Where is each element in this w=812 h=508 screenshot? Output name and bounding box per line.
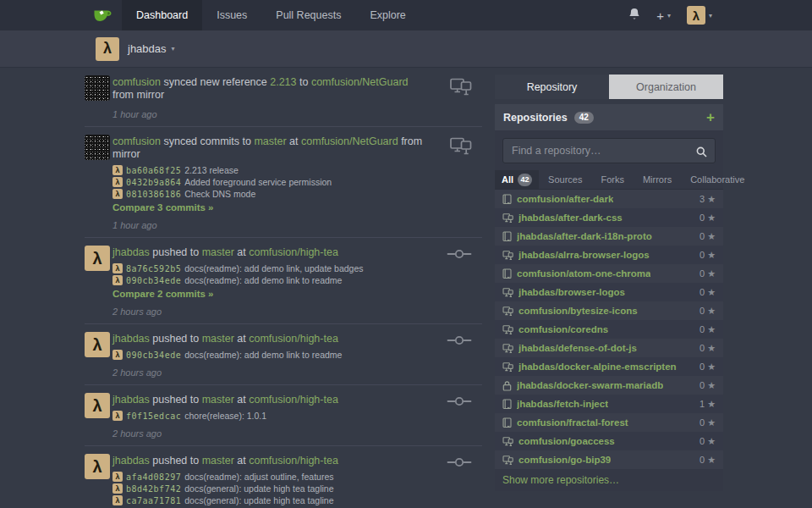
commit-hash[interactable]: 090cb34ede <box>126 276 181 285</box>
feed-link[interactable]: comfusion/NetGuard <box>311 76 409 88</box>
feed-timestamp: 1 hour ago <box>112 220 428 230</box>
chevron-down-icon[interactable]: ▾ <box>172 45 175 52</box>
feed-link[interactable]: comfusion/NetGuard <box>301 135 398 147</box>
feed-link[interactable]: master <box>202 455 234 467</box>
star-count-value: 0 <box>700 250 705 260</box>
feed-link[interactable]: jhabdas <box>112 246 150 258</box>
filter-forks[interactable]: Forks <box>591 170 634 189</box>
feed-text: pushed to <box>150 333 202 345</box>
commit-hash[interactable]: 0810386186 <box>126 190 181 199</box>
compare-commits-link[interactable]: Compare 2 commits » <box>112 289 428 299</box>
feed-link[interactable]: 2.213 <box>270 76 296 88</box>
feed-link[interactable]: comfusion <box>112 76 161 88</box>
repo-name-link[interactable]: jhabdas/defense-of-dot-js <box>518 343 637 353</box>
committer-avatar: λ <box>112 350 123 360</box>
repo-row[interactable]: jhabdas/defense-of-dot-js0★ <box>495 339 723 357</box>
repo-name-link[interactable]: comfusion/after-dark <box>517 194 613 204</box>
tab-repository[interactable]: Repository <box>495 75 609 99</box>
repo-row[interactable]: comfusion/atom-one-chroma0★ <box>495 264 723 283</box>
feed-link[interactable]: jhabdas <box>112 333 150 345</box>
nav-item-issues[interactable]: Issues <box>202 0 261 30</box>
filter-label: Mirrors <box>643 174 672 185</box>
context-username[interactable]: jhabdas <box>128 42 167 55</box>
filter-mirrors[interactable]: Mirrors <box>634 170 681 189</box>
star-icon: ★ <box>707 437 716 446</box>
repo-row[interactable]: comfusion/coredns0★ <box>495 320 723 339</box>
repo-row[interactable]: comfusion/bytesize-icons0★ <box>495 301 723 320</box>
actor-avatar[interactable]: λ <box>85 454 110 479</box>
actor-avatar[interactable]: λ <box>85 393 110 418</box>
star-count-value: 0 <box>700 268 705 279</box>
nav-item-explore[interactable]: Explore <box>355 0 420 30</box>
commit-hash[interactable]: ca7aa71781 <box>126 496 181 505</box>
repo-name-link[interactable]: comfusion/coredns <box>518 324 608 334</box>
feed-link[interactable]: master <box>202 394 234 406</box>
nav-item-dashboard[interactable]: Dashboard <box>122 0 202 30</box>
actor-avatar[interactable] <box>85 75 110 101</box>
commit-hash[interactable]: ba60a68f25 <box>126 166 181 175</box>
commit-hash[interactable]: 090cb34ede <box>126 351 181 360</box>
repo-row[interactable]: jhabdas/alrra-browser-logos0★ <box>495 246 723 264</box>
nav-item-pull-requests[interactable]: Pull Requests <box>261 0 355 30</box>
show-more-link[interactable]: Show more repositories… <box>495 469 723 491</box>
feed-link[interactable]: comfusion <box>112 135 161 147</box>
repo-name-link[interactable]: comfusion/fractal-forest <box>517 417 628 428</box>
repo-row[interactable]: jhabdas/browser-logos0★ <box>495 283 723 301</box>
filter-sources[interactable]: Sources <box>539 170 591 189</box>
feed-link[interactable]: comfusion/high-tea <box>249 455 338 467</box>
repo-name-link[interactable]: jhabdas/docker-alpine-emscripten <box>518 362 677 372</box>
repo-name-link[interactable]: jhabdas/fetch-inject <box>517 399 608 409</box>
repo-row[interactable]: comfusion/go-bip390★ <box>495 450 723 469</box>
feed-link[interactable]: master <box>202 246 234 258</box>
feed-link[interactable]: jhabdas <box>112 455 150 467</box>
feed-link[interactable]: comfusion/high-tea <box>249 246 338 258</box>
commit-hash[interactable]: b8d42bf742 <box>126 484 181 494</box>
feed-link[interactable]: master <box>254 135 286 147</box>
repo-row[interactable]: jhabdas/docker-swarm-mariadb0★ <box>495 376 723 395</box>
repo-star-count: 0★ <box>700 213 716 223</box>
commit-row: λ0432b9a864Added foreground service perm… <box>112 177 428 187</box>
actor-avatar[interactable]: λ <box>85 246 110 271</box>
top-nav: DashboardIssuesPull RequestsExplore + ▾ … <box>0 0 812 30</box>
feed-link[interactable]: comfusion/high-tea <box>249 394 338 406</box>
repo-row[interactable]: comfusion/goaccess0★ <box>495 432 723 450</box>
filter-label: Sources <box>548 174 582 185</box>
user-menu-button[interactable]: λ ▾ <box>687 6 712 25</box>
compare-commits-link[interactable]: Compare 3 commits » <box>112 202 428 213</box>
repo-name-link[interactable]: jhabdas/docker-swarm-mariadb <box>517 380 663 390</box>
repo-row[interactable]: comfusion/fractal-forest0★ <box>495 413 723 432</box>
actor-avatar[interactable] <box>85 135 110 160</box>
repo-mirror-icon <box>502 306 513 317</box>
commit-hash[interactable]: 0432b9a864 <box>126 178 181 187</box>
repo-search-input[interactable] <box>502 138 716 163</box>
feed-link[interactable]: jhabdas <box>112 394 150 406</box>
commit-hash[interactable]: 8a76c592b5 <box>126 264 181 273</box>
feed-link[interactable]: master <box>202 333 234 345</box>
repo-row[interactable]: comfusion/after-dark3★ <box>495 190 723 208</box>
repo-name-link[interactable]: jhabdas/alrra-browser-logos <box>518 250 650 260</box>
tab-organization[interactable]: Organization <box>609 75 723 99</box>
filter-all[interactable]: All42 <box>495 170 539 189</box>
repo-name-link[interactable]: jhabdas/after-dark-css <box>518 213 623 223</box>
filter-collaborative[interactable]: Collaborative <box>681 170 754 189</box>
repo-row[interactable]: jhabdas/fetch-inject1★ <box>495 395 723 413</box>
commit-message: docs(readme): add demo link to readme <box>184 350 342 360</box>
commit-hash[interactable]: afa4d08297 <box>126 472 181 482</box>
new-menu-button[interactable]: + ▾ <box>656 9 671 22</box>
repo-name-link[interactable]: jhabdas/after-dark-i18n-proto <box>517 231 652 241</box>
new-repo-button[interactable]: + <box>706 110 715 124</box>
repo-row[interactable]: jhabdas/after-dark-css0★ <box>495 208 723 227</box>
repo-row[interactable]: jhabdas/docker-alpine-emscripten0★ <box>495 357 723 376</box>
feed-link[interactable]: comfusion/high-tea <box>249 333 338 345</box>
gitea-logo-icon[interactable] <box>83 0 122 30</box>
notifications-button[interactable] <box>628 8 640 24</box>
repo-name-link[interactable]: comfusion/bytesize-icons <box>518 306 638 316</box>
actor-avatar[interactable]: λ <box>85 332 110 357</box>
repo-row[interactable]: jhabdas/after-dark-i18n-proto0★ <box>495 227 723 246</box>
repo-name-link[interactable]: comfusion/go-bip39 <box>518 455 611 465</box>
feed-item: λjhabdas pushed to master at comfusion/h… <box>85 238 482 324</box>
repo-name-link[interactable]: comfusion/goaccess <box>518 436 615 446</box>
commit-hash[interactable]: f0f15edcac <box>126 411 181 421</box>
repo-name-link[interactable]: jhabdas/browser-logos <box>518 287 625 297</box>
repo-name-link[interactable]: comfusion/atom-one-chroma <box>517 268 650 279</box>
